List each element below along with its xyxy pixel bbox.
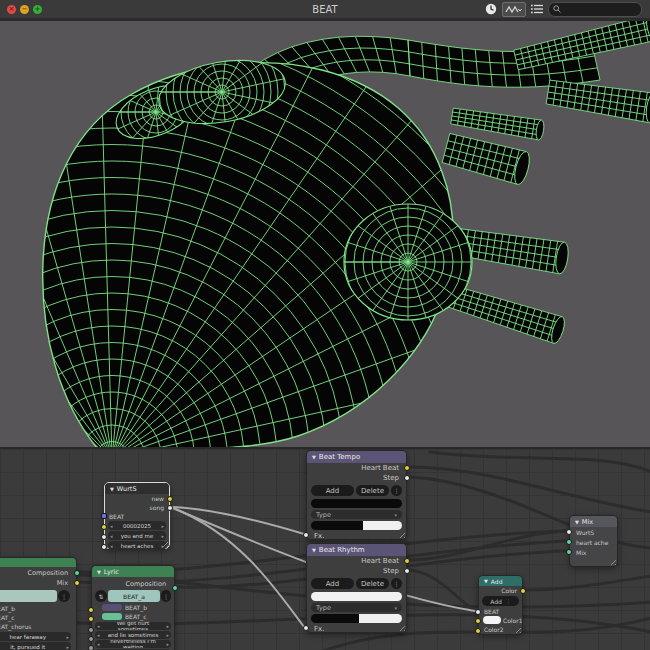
collapse-icon[interactable]: ▼ bbox=[312, 547, 316, 553]
output-composition: Composition bbox=[0, 567, 76, 578]
blend-dropdown[interactable]: Add ⋮ bbox=[482, 596, 519, 606]
fx-label: Fx. bbox=[307, 623, 406, 634]
field-value[interactable]: ◂ heart aches ▸ bbox=[108, 541, 166, 550]
slider[interactable] bbox=[311, 521, 402, 530]
list-icon[interactable] bbox=[531, 4, 543, 14]
lyric-line[interactable]: ◂ and lie sometimes ▸ bbox=[95, 631, 171, 639]
3d-viewport[interactable] bbox=[0, 21, 650, 447]
node-title: WurtS bbox=[117, 485, 137, 493]
node-beat-rhythm[interactable]: ▼ Beat Rhythm Heart Beat Step Add Delete… bbox=[306, 543, 407, 633]
color-swatch[interactable] bbox=[102, 604, 122, 611]
field-value[interactable]: ◂ 00002025 ▸ bbox=[108, 521, 166, 530]
socket-out-heart-beat[interactable] bbox=[404, 465, 410, 471]
socket-out-composition[interactable] bbox=[74, 570, 80, 576]
socket-in-beat[interactable] bbox=[101, 513, 107, 519]
socket-out-new[interactable] bbox=[167, 496, 173, 502]
search-input[interactable] bbox=[564, 3, 628, 15]
socket-in-wurts[interactable] bbox=[566, 529, 572, 535]
socket-out-step[interactable] bbox=[404, 568, 410, 574]
swap-icon[interactable]: ⇅ bbox=[95, 590, 107, 602]
lyric-line[interactable]: hear faraway ▸ bbox=[0, 632, 71, 641]
search-field[interactable] bbox=[548, 2, 642, 17]
socket-out-step[interactable] bbox=[404, 475, 410, 481]
socket-in-color2[interactable] bbox=[475, 628, 481, 634]
socket-in[interactable] bbox=[101, 534, 107, 540]
lyric-line[interactable]: ◂ nevertheless I'm waiting ▸ bbox=[95, 640, 171, 648]
node-title: Beat Tempo bbox=[319, 453, 360, 461]
stepper-right-icon[interactable]: ▸ bbox=[159, 523, 166, 529]
socket-out-color[interactable] bbox=[520, 588, 526, 594]
collapse-icon[interactable]: ▼ bbox=[575, 519, 579, 525]
output-song: song bbox=[105, 503, 169, 512]
socket-in[interactable] bbox=[101, 544, 107, 550]
socket-out-heart-beat[interactable] bbox=[404, 558, 410, 564]
menu-button[interactable]: ⋮ bbox=[391, 485, 402, 496]
stepper-right-icon[interactable]: ▸ bbox=[64, 644, 71, 650]
stepper-right-icon[interactable]: ▸ bbox=[159, 533, 166, 539]
collapse-icon[interactable]: ▼ bbox=[312, 454, 316, 460]
node-title: Lyric bbox=[104, 568, 119, 576]
socket-in-fx[interactable] bbox=[303, 532, 309, 538]
menu-button[interactable]: ⋮ bbox=[391, 578, 402, 589]
socket-in-color1[interactable] bbox=[475, 618, 481, 624]
app-window: { "titlebar": { "title": "BEAT", "window… bbox=[0, 0, 650, 650]
socket-out-mix[interactable] bbox=[74, 580, 80, 586]
menu-button[interactable]: ⋮ bbox=[161, 590, 171, 602]
socket-in[interactable] bbox=[88, 645, 94, 650]
slider[interactable] bbox=[311, 614, 402, 623]
add-button[interactable]: Add bbox=[311, 578, 354, 589]
socket-in[interactable] bbox=[88, 616, 94, 622]
value-bar[interactable] bbox=[311, 499, 402, 508]
socket-in[interactable] bbox=[88, 636, 94, 642]
value-bar[interactable] bbox=[311, 592, 402, 601]
node-beat-tempo[interactable]: ▼ Beat Tempo Heart Beat Step Add Delete … bbox=[306, 450, 407, 540]
collapse-icon[interactable]: ▼ bbox=[97, 569, 101, 575]
add-button[interactable]: Add bbox=[311, 485, 354, 496]
color1-swatch[interactable] bbox=[483, 616, 501, 624]
input-color1: Color1 bbox=[503, 617, 522, 624]
socket-out-composition[interactable] bbox=[172, 585, 178, 591]
socket-in[interactable] bbox=[101, 524, 107, 530]
node-editor[interactable]: ▼ WurtS new song BEAT ◂ 00002025 ▸ ◂ you… bbox=[0, 447, 650, 650]
stepper-right-icon[interactable]: ▸ bbox=[164, 623, 171, 629]
resize-handle[interactable] bbox=[609, 558, 616, 565]
selector-field[interactable]: BEAT_a bbox=[108, 590, 160, 602]
type-dropdown[interactable]: Type ▾ bbox=[311, 510, 402, 519]
output-mix: Mix bbox=[0, 578, 76, 588]
socket-in-heart-ache[interactable] bbox=[566, 539, 572, 545]
stepper-right-icon[interactable]: ▸ bbox=[164, 641, 171, 647]
input-wurts: WurtS bbox=[570, 527, 617, 537]
collapse-icon[interactable]: ▼ bbox=[110, 486, 114, 492]
field-value[interactable]: ◂ you and me ▸ bbox=[108, 531, 166, 540]
socket-in-mix[interactable] bbox=[566, 549, 572, 555]
stepper-right-icon[interactable]: ▸ bbox=[64, 634, 71, 640]
socket-in[interactable] bbox=[88, 627, 94, 633]
stepper-right-icon[interactable]: ▸ bbox=[164, 632, 171, 638]
lyric-line[interactable]: ◂ We get hurt sometimes ▸ bbox=[95, 622, 171, 630]
socket-in[interactable] bbox=[88, 607, 94, 613]
waveform-icon[interactable] bbox=[502, 2, 526, 17]
heart-wireframe bbox=[0, 21, 650, 447]
node-wurts[interactable]: ▼ WurtS new song BEAT ◂ 00002025 ▸ ◂ you… bbox=[104, 482, 170, 549]
node-lyric-left[interactable]: Composition Mix ⋮ BEAT_b BEAT_c BEAT_cho… bbox=[0, 557, 77, 650]
selector-field[interactable] bbox=[0, 590, 57, 602]
output-heart-beat: Heart Beat bbox=[307, 463, 406, 473]
node-add[interactable]: ▼ Add Color Add ⋮ BEAT Color1 Color2 bbox=[478, 575, 523, 635]
input-mix: Mix bbox=[570, 547, 617, 557]
socket-out-song[interactable] bbox=[167, 505, 173, 511]
search-icon bbox=[553, 5, 561, 13]
collapse-icon[interactable]: ▼ bbox=[484, 578, 488, 584]
type-dropdown[interactable]: Type ▾ bbox=[311, 603, 402, 612]
clock-icon[interactable] bbox=[485, 3, 497, 15]
menu-button[interactable]: ⋮ bbox=[58, 590, 70, 602]
lyric-line[interactable]: it, pursued it ▸ bbox=[0, 642, 71, 650]
color-swatch[interactable] bbox=[102, 613, 122, 620]
delete-button[interactable]: Delete bbox=[356, 485, 389, 496]
node-lyric[interactable]: ▼ Lyric Composition ⇅ BEAT_a ⋮ BEAT_b BE… bbox=[91, 565, 175, 650]
socket-in-fx[interactable] bbox=[303, 625, 309, 631]
socket-in-beat[interactable] bbox=[475, 609, 481, 615]
node-mix[interactable]: ▼ Mix WurtS heart ache Mix bbox=[569, 515, 618, 567]
node-title: Mix bbox=[582, 518, 593, 526]
delete-button[interactable]: Delete bbox=[356, 578, 389, 589]
row-label: BEAT_c bbox=[0, 613, 76, 622]
